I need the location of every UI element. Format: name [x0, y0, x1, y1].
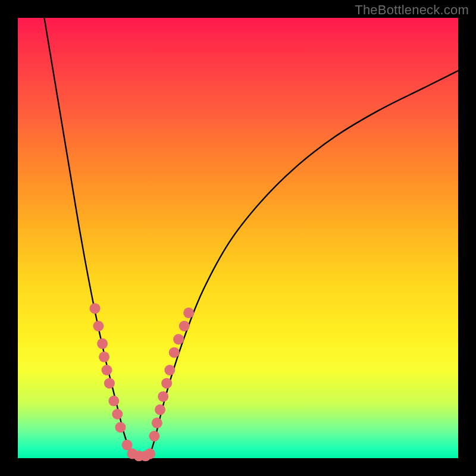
data-marker: [145, 449, 155, 459]
data-marker: [112, 409, 123, 419]
data-marker: [183, 308, 194, 318]
data-marker: [158, 391, 168, 402]
data-marker: [152, 418, 162, 428]
data-marker: [164, 365, 175, 375]
data-marker: [161, 378, 172, 389]
watermark-text: TheBottleneck.com: [355, 2, 469, 18]
data-marker: [179, 321, 190, 331]
chart-svg: [18, 18, 458, 458]
data-marker: [99, 352, 109, 362]
curve-group: [44, 18, 458, 459]
data-marker: [101, 365, 112, 375]
data-marker: [93, 321, 104, 331]
chart-frame: TheBottleneck.com: [0, 0, 476, 476]
data-marker: [108, 396, 119, 406]
bottleneck-curve: [44, 18, 458, 459]
data-marker: [97, 339, 108, 349]
data-marker: [149, 431, 159, 441]
plot-area: [18, 18, 458, 458]
data-marker: [169, 347, 180, 358]
data-marker: [90, 303, 101, 314]
data-marker: [115, 422, 126, 433]
data-marker: [155, 405, 165, 415]
marker-group: [90, 303, 195, 461]
data-marker: [173, 334, 184, 345]
data-marker: [104, 378, 115, 389]
